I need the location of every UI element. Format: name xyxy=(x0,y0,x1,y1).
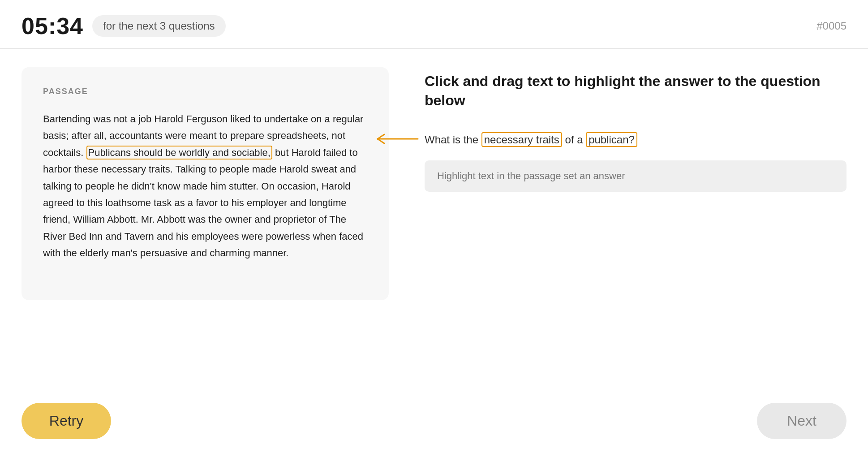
main-content: PASSAGE Bartending was not a job Harold … xyxy=(0,67,868,300)
header-left: 05:34 for the next 3 questions xyxy=(21,13,226,39)
question-middle: of a xyxy=(562,134,586,146)
answer-placeholder: Highlight text in the passage set an ans… xyxy=(425,160,847,192)
passage-text: Bartending was not a job Harold Ferguson… xyxy=(43,111,367,262)
right-panel: Click and drag text to highlight the ans… xyxy=(425,67,847,192)
header: 05:34 for the next 3 questions #0005 xyxy=(0,0,868,48)
instruction-title: Click and drag text to highlight the ans… xyxy=(425,72,847,110)
timer-badge: for the next 3 questions xyxy=(92,15,226,37)
passage-card: PASSAGE Bartending was not a job Harold … xyxy=(21,67,389,300)
next-button[interactable]: Next xyxy=(757,403,847,439)
passage-part-3: but Harold failed to harbor these necess… xyxy=(43,147,363,259)
question-highlight-1: necessary traits xyxy=(481,132,562,147)
question-id: #0005 xyxy=(816,20,847,32)
footer: Retry Next xyxy=(0,390,868,457)
header-divider xyxy=(0,48,868,49)
retry-button[interactable]: Retry xyxy=(21,403,111,439)
question-text: What is the necessary traits of a public… xyxy=(425,132,637,148)
timer-display: 05:34 xyxy=(21,13,83,39)
passage-label: PASSAGE xyxy=(43,87,367,96)
arrow-icon xyxy=(371,128,420,150)
arrow-container xyxy=(371,128,420,152)
question-row: What is the necessary traits of a public… xyxy=(425,132,847,148)
passage-highlight: Publicans should be worldly and sociable… xyxy=(86,146,272,160)
question-highlight-2: publican? xyxy=(586,132,637,147)
question-prefix: What is the xyxy=(425,134,481,146)
